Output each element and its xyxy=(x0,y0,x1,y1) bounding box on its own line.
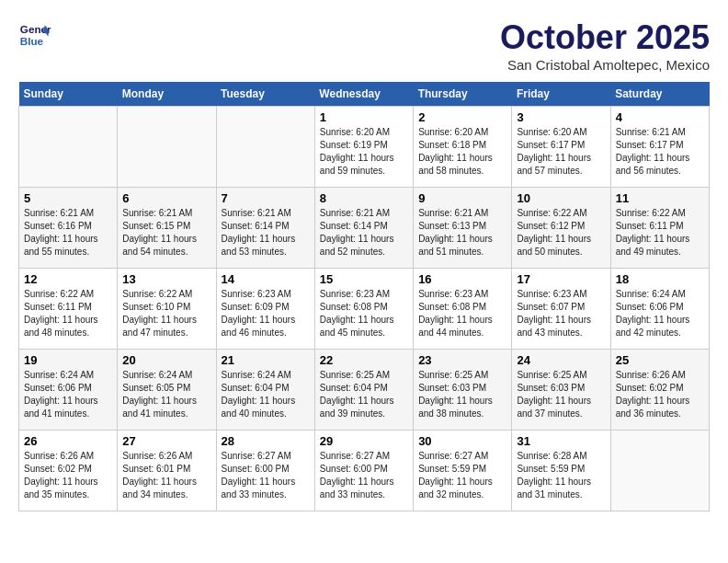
day-info: Sunrise: 6:23 AM Sunset: 6:08 PM Dayligh… xyxy=(418,288,506,339)
day-info: Sunrise: 6:21 AM Sunset: 6:13 PM Dayligh… xyxy=(418,207,506,259)
calendar-day-cell: 28Sunrise: 6:27 AM Sunset: 6:00 PM Dayli… xyxy=(216,431,314,511)
day-number: 6 xyxy=(122,191,210,205)
calendar-day-cell: 24Sunrise: 6:25 AM Sunset: 6:03 PM Dayli… xyxy=(512,350,610,431)
day-number: 8 xyxy=(320,191,408,205)
title-block: October 2025 San Cristobal Amoltepec, Me… xyxy=(500,18,710,73)
day-number: 18 xyxy=(616,272,704,286)
calendar-week-row: 1Sunrise: 6:20 AM Sunset: 6:19 PM Daylig… xyxy=(19,107,710,188)
day-number: 4 xyxy=(616,110,704,124)
calendar-week-row: 26Sunrise: 6:26 AM Sunset: 6:02 PM Dayli… xyxy=(19,431,710,511)
location-subtitle: San Cristobal Amoltepec, Mexico xyxy=(500,57,710,73)
day-number: 9 xyxy=(418,191,506,205)
day-info: Sunrise: 6:27 AM Sunset: 6:00 PM Dayligh… xyxy=(222,450,310,501)
day-info: Sunrise: 6:27 AM Sunset: 6:00 PM Dayligh… xyxy=(320,450,408,501)
day-info: Sunrise: 6:22 AM Sunset: 6:10 PM Dayligh… xyxy=(122,288,210,339)
weekday-header-row: SundayMondayTuesdayWednesdayThursdayFrid… xyxy=(19,82,710,107)
day-info: Sunrise: 6:23 AM Sunset: 6:09 PM Dayligh… xyxy=(222,288,310,339)
day-info: Sunrise: 6:23 AM Sunset: 6:08 PM Dayligh… xyxy=(320,288,408,339)
calendar-day-cell: 17Sunrise: 6:23 AM Sunset: 6:07 PM Dayli… xyxy=(512,269,610,350)
day-number: 17 xyxy=(517,272,605,286)
calendar-day-cell: 27Sunrise: 6:26 AM Sunset: 6:01 PM Dayli… xyxy=(118,431,216,511)
day-info: Sunrise: 6:21 AM Sunset: 6:16 PM Dayligh… xyxy=(24,207,112,259)
day-info: Sunrise: 6:21 AM Sunset: 6:14 PM Dayligh… xyxy=(320,207,408,259)
day-number: 7 xyxy=(222,191,310,205)
weekday-header-cell: Saturday xyxy=(610,82,709,107)
day-info: Sunrise: 6:26 AM Sunset: 6:02 PM Dayligh… xyxy=(24,450,112,501)
calendar-day-cell: 19Sunrise: 6:24 AM Sunset: 6:06 PM Dayli… xyxy=(19,350,118,431)
day-info: Sunrise: 6:21 AM Sunset: 6:17 PM Dayligh… xyxy=(616,126,704,178)
day-info: Sunrise: 6:26 AM Sunset: 6:02 PM Dayligh… xyxy=(616,369,704,420)
day-info: Sunrise: 6:20 AM Sunset: 6:17 PM Dayligh… xyxy=(517,126,605,178)
day-number: 15 xyxy=(320,272,408,286)
day-number: 11 xyxy=(616,191,704,205)
day-number: 21 xyxy=(222,353,310,367)
day-number: 29 xyxy=(320,434,408,448)
day-number: 12 xyxy=(24,272,112,286)
day-info: Sunrise: 6:27 AM Sunset: 5:59 PM Dayligh… xyxy=(418,450,506,501)
calendar-day-cell: 13Sunrise: 6:22 AM Sunset: 6:10 PM Dayli… xyxy=(118,269,216,350)
day-info: Sunrise: 6:24 AM Sunset: 6:06 PM Dayligh… xyxy=(24,369,112,420)
day-info: Sunrise: 6:20 AM Sunset: 6:18 PM Dayligh… xyxy=(418,126,506,178)
page-header: General Blue October 2025 San Cristobal … xyxy=(18,18,710,73)
calendar-day-cell: 15Sunrise: 6:23 AM Sunset: 6:08 PM Dayli… xyxy=(314,269,413,350)
day-number: 23 xyxy=(418,353,506,367)
day-number: 30 xyxy=(418,434,506,448)
day-number: 16 xyxy=(418,272,506,286)
calendar-day-cell: 23Sunrise: 6:25 AM Sunset: 6:03 PM Dayli… xyxy=(414,350,512,431)
weekday-header-cell: Sunday xyxy=(19,82,118,107)
day-number: 28 xyxy=(222,434,310,448)
weekday-header-cell: Thursday xyxy=(414,82,512,107)
day-number: 13 xyxy=(122,272,210,286)
calendar-day-cell: 16Sunrise: 6:23 AM Sunset: 6:08 PM Dayli… xyxy=(414,269,512,350)
day-number: 26 xyxy=(24,434,112,448)
calendar-day-cell: 1Sunrise: 6:20 AM Sunset: 6:19 PM Daylig… xyxy=(314,107,413,188)
calendar-day-cell: 18Sunrise: 6:24 AM Sunset: 6:06 PM Dayli… xyxy=(610,269,709,350)
calendar-day-cell: 12Sunrise: 6:22 AM Sunset: 6:11 PM Dayli… xyxy=(19,269,118,350)
weekday-header-cell: Tuesday xyxy=(216,82,314,107)
weekday-header-cell: Wednesday xyxy=(314,82,413,107)
day-number: 25 xyxy=(616,353,704,367)
calendar-week-row: 5Sunrise: 6:21 AM Sunset: 6:16 PM Daylig… xyxy=(19,188,710,269)
day-info: Sunrise: 6:25 AM Sunset: 6:03 PM Dayligh… xyxy=(418,369,506,420)
day-info: Sunrise: 6:28 AM Sunset: 5:59 PM Dayligh… xyxy=(517,450,605,501)
calendar-week-row: 12Sunrise: 6:22 AM Sunset: 6:11 PM Dayli… xyxy=(19,269,710,350)
day-number: 19 xyxy=(24,353,112,367)
day-info: Sunrise: 6:25 AM Sunset: 6:04 PM Dayligh… xyxy=(320,369,408,420)
day-info: Sunrise: 6:24 AM Sunset: 6:04 PM Dayligh… xyxy=(222,369,310,420)
day-number: 24 xyxy=(517,353,605,367)
day-number: 31 xyxy=(517,434,605,448)
calendar-day-cell xyxy=(19,107,118,188)
day-number: 14 xyxy=(222,272,310,286)
logo-icon: General Blue xyxy=(18,18,51,52)
logo: General Blue xyxy=(18,18,51,52)
calendar-day-cell: 25Sunrise: 6:26 AM Sunset: 6:02 PM Dayli… xyxy=(610,350,709,431)
calendar-week-row: 19Sunrise: 6:24 AM Sunset: 6:06 PM Dayli… xyxy=(19,350,710,431)
day-number: 22 xyxy=(320,353,408,367)
day-info: Sunrise: 6:24 AM Sunset: 6:06 PM Dayligh… xyxy=(616,288,704,339)
calendar-day-cell: 3Sunrise: 6:20 AM Sunset: 6:17 PM Daylig… xyxy=(512,107,610,188)
day-info: Sunrise: 6:24 AM Sunset: 6:05 PM Dayligh… xyxy=(122,369,210,420)
calendar-day-cell: 4Sunrise: 6:21 AM Sunset: 6:17 PM Daylig… xyxy=(610,107,709,188)
month-title: October 2025 xyxy=(500,18,710,57)
calendar-day-cell: 7Sunrise: 6:21 AM Sunset: 6:14 PM Daylig… xyxy=(216,188,314,269)
calendar-day-cell: 9Sunrise: 6:21 AM Sunset: 6:13 PM Daylig… xyxy=(414,188,512,269)
calendar-day-cell: 14Sunrise: 6:23 AM Sunset: 6:09 PM Dayli… xyxy=(216,269,314,350)
day-info: Sunrise: 6:21 AM Sunset: 6:15 PM Dayligh… xyxy=(122,207,210,259)
day-info: Sunrise: 6:22 AM Sunset: 6:12 PM Dayligh… xyxy=(517,207,605,259)
day-info: Sunrise: 6:22 AM Sunset: 6:11 PM Dayligh… xyxy=(616,207,704,259)
calendar-table: SundayMondayTuesdayWednesdayThursdayFrid… xyxy=(18,82,710,511)
day-info: Sunrise: 6:21 AM Sunset: 6:14 PM Dayligh… xyxy=(222,207,310,259)
calendar-day-cell: 10Sunrise: 6:22 AM Sunset: 6:12 PM Dayli… xyxy=(512,188,610,269)
day-number: 27 xyxy=(122,434,210,448)
day-info: Sunrise: 6:23 AM Sunset: 6:07 PM Dayligh… xyxy=(517,288,605,339)
calendar-day-cell: 5Sunrise: 6:21 AM Sunset: 6:16 PM Daylig… xyxy=(19,188,118,269)
day-info: Sunrise: 6:25 AM Sunset: 6:03 PM Dayligh… xyxy=(517,369,605,420)
calendar-day-cell: 29Sunrise: 6:27 AM Sunset: 6:00 PM Dayli… xyxy=(314,431,413,511)
day-number: 20 xyxy=(122,353,210,367)
calendar-day-cell xyxy=(610,431,709,511)
day-number: 10 xyxy=(517,191,605,205)
calendar-day-cell: 21Sunrise: 6:24 AM Sunset: 6:04 PM Dayli… xyxy=(216,350,314,431)
calendar-body: 1Sunrise: 6:20 AM Sunset: 6:19 PM Daylig… xyxy=(19,107,710,511)
calendar-day-cell: 20Sunrise: 6:24 AM Sunset: 6:05 PM Dayli… xyxy=(118,350,216,431)
day-number: 1 xyxy=(320,110,408,124)
